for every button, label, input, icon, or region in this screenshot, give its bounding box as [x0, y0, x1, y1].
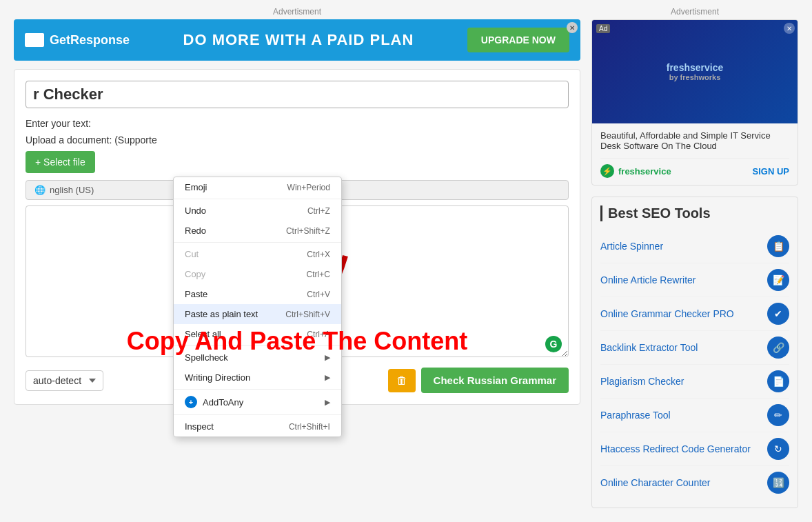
- select-file-button[interactable]: + Select file: [26, 151, 95, 173]
- freshservice-logo: freshservice by freshworks: [667, 62, 724, 81]
- sidebar-ad-body: Beautiful, Affordable and Simple IT Serv…: [592, 123, 798, 185]
- context-menu-cut[interactable]: Cut Ctrl+X: [174, 244, 341, 264]
- seo-tool-link[interactable]: Online Grammar Checker PRO: [600, 308, 734, 319]
- seo-tool-item[interactable]: Online Grammar Checker PRO ✔: [600, 297, 789, 331]
- seo-tool-link[interactable]: Plagiarism Checker: [600, 376, 684, 387]
- context-menu-paste[interactable]: Paste Ctrl+V: [174, 284, 341, 304]
- seo-tool-icon: ✏: [767, 404, 789, 426]
- context-menu-copy[interactable]: Copy Ctrl+C: [174, 264, 341, 284]
- check-grammar-button[interactable]: Check Russian Grammar: [421, 368, 569, 393]
- addtoany-label: AddToAny: [203, 397, 243, 408]
- writing-direction-label: Writing Direction: [185, 372, 250, 383]
- context-menu: Emoji Win+Period Undo Ctrl+Z Redo Ctrl+S…: [173, 177, 342, 437]
- emoji-label: Emoji: [185, 182, 207, 192]
- sidebar-ad-label: Advertisment: [591, 7, 798, 17]
- freshservice-brand: ⚡ freshservice: [600, 164, 671, 178]
- seo-tool-item[interactable]: Paraphrase Tool ✏: [600, 399, 789, 432]
- sidebar-ad-image: Ad ✕ freshservice by freshworks: [592, 20, 798, 123]
- spellcheck-label: Spellcheck: [185, 352, 228, 363]
- addtoany-item-left: + AddToAny: [185, 396, 243, 408]
- bottom-right: 🗑 Check Russian Grammar: [388, 368, 569, 393]
- language-select[interactable]: auto-detect: [26, 370, 103, 391]
- seo-tool-icon: 📝: [767, 269, 789, 291]
- seo-tool-icon: 🔗: [767, 337, 789, 359]
- signup-link[interactable]: SIGN UP: [753, 166, 789, 177]
- freshservice-brand-name: freshservice: [618, 166, 671, 177]
- seo-tool-item[interactable]: Plagiarism Checker 📄: [600, 365, 789, 399]
- freshservice-subtext: by freshworks: [667, 73, 724, 81]
- sidebar-ad-close-icon[interactable]: ✕: [784, 23, 795, 34]
- seo-tool-link[interactable]: Online Article Rewriter: [600, 274, 696, 285]
- freshservice-brand-icon: ⚡: [600, 164, 614, 178]
- seo-tool-icon: 🔢: [767, 472, 789, 494]
- cut-label: Cut: [185, 249, 199, 259]
- inspect-label: Inspect: [185, 421, 214, 432]
- paste-plain-label: Paste as plain text: [185, 309, 258, 319]
- upload-label: Upload a document: (Supporte: [26, 134, 569, 145]
- seo-tool-icon: ✔: [767, 303, 789, 325]
- upgrade-now-button[interactable]: UPGRADE NOW: [467, 28, 569, 52]
- context-menu-addtoany[interactable]: + AddToAny ▶: [174, 391, 341, 413]
- undo-shortcut: Ctrl+Z: [307, 206, 330, 216]
- top-ad-label: Advertisment: [14, 7, 580, 17]
- seo-tool-item[interactable]: Online Article Rewriter 📝: [600, 263, 789, 297]
- seo-tool-link[interactable]: Htaccess Redirect Code Generator: [600, 443, 751, 454]
- sidebar-ad-footer: ⚡ freshservice SIGN UP: [600, 158, 789, 178]
- freshservice-name-text: freshservice: [667, 62, 724, 73]
- copy-shortcut: Ctrl+C: [307, 270, 330, 279]
- ad-banner-text: DO MORE WITH A PAID PLAN: [183, 31, 414, 49]
- undo-label: Undo: [185, 205, 206, 216]
- context-menu-spellcheck[interactable]: Spellcheck ▶: [174, 348, 341, 368]
- seo-tool-link[interactable]: Backlink Extractor Tool: [600, 342, 698, 353]
- seo-tool-icon: ↻: [767, 438, 789, 460]
- cut-shortcut: Ctrl+X: [307, 250, 330, 259]
- context-menu-writing-direction[interactable]: Writing Direction ▶: [174, 368, 341, 388]
- paste-shortcut: Ctrl+V: [307, 290, 330, 299]
- ad-logo: GetResponse: [25, 33, 130, 48]
- select-all-shortcut: Ctrl+A: [307, 330, 330, 339]
- addtoany-icon: +: [185, 396, 197, 408]
- context-menu-redo[interactable]: Redo Ctrl+Shift+Z: [174, 221, 341, 241]
- redo-label: Redo: [185, 225, 206, 236]
- lang-indicator: 🌐: [34, 185, 45, 195]
- seo-tool-item[interactable]: Htaccess Redirect Code Generator ↻: [600, 432, 789, 466]
- seo-tool-link[interactable]: Article Spinner: [600, 241, 663, 252]
- select-all-label: Select all: [185, 329, 221, 339]
- seo-tools-title: Best SEO Tools: [600, 205, 789, 221]
- envelope-icon: [25, 33, 44, 47]
- addtoany-arrow-icon: ▶: [325, 398, 330, 407]
- sidebar: Advertisment Ad ✕ freshservice by freshw…: [591, 7, 798, 508]
- seo-tools-card: Best SEO Tools Article Spinner 📋 Online …: [591, 197, 798, 508]
- paste-plain-shortcut: Ctrl+Shift+V: [285, 310, 330, 319]
- seo-tools-list: Article Spinner 📋 Online Article Rewrite…: [600, 230, 789, 499]
- tool-title-input[interactable]: [26, 81, 569, 108]
- seo-tool-item[interactable]: Backlink Extractor Tool 🔗: [600, 331, 789, 365]
- sidebar-ad-card: Ad ✕ freshservice by freshworks Beautifu…: [591, 19, 798, 185]
- top-ad-banner: ✕ GetResponse DO MORE WITH A PAID PLAN U…: [14, 19, 580, 61]
- seo-tool-icon: 📄: [767, 370, 789, 392]
- context-menu-paste-plain[interactable]: Paste as plain text Ctrl+Shift+V: [174, 304, 341, 324]
- enter-text-label: Enter your text:: [26, 118, 569, 129]
- seo-tool-item[interactable]: Online Character Counter 🔢: [600, 466, 789, 499]
- emoji-shortcut: Win+Period: [287, 183, 330, 192]
- redo-shortcut: Ctrl+Shift+Z: [286, 226, 330, 236]
- sidebar-ad-description: Beautiful, Affordable and Simple IT Serv…: [600, 130, 789, 151]
- tool-title-bar: [26, 81, 569, 108]
- paste-label: Paste: [185, 289, 207, 299]
- seo-tool-link[interactable]: Paraphrase Tool: [600, 410, 671, 421]
- seo-tool-icon: 📋: [767, 235, 789, 257]
- ad-logo-text: GetResponse: [50, 33, 130, 48]
- language-text: nglish (US): [50, 185, 94, 195]
- context-menu-emoji[interactable]: Emoji Win+Period: [174, 177, 341, 197]
- context-menu-undo[interactable]: Undo Ctrl+Z: [174, 201, 341, 221]
- tool-card: Enter your text: Upload a document: (Sup…: [14, 69, 580, 405]
- ad-badge: Ad: [596, 24, 610, 33]
- seo-tool-item[interactable]: Article Spinner 📋: [600, 230, 789, 263]
- trash-button[interactable]: 🗑: [388, 369, 416, 392]
- context-menu-select-all[interactable]: Select all Ctrl+A: [174, 324, 341, 344]
- context-menu-inspect[interactable]: Inspect Ctrl+Shift+I: [174, 416, 341, 436]
- spellcheck-arrow-icon: ▶: [325, 353, 330, 362]
- ad-close-icon[interactable]: ✕: [567, 22, 578, 33]
- seo-tool-link[interactable]: Online Character Counter: [600, 477, 711, 488]
- writing-direction-arrow-icon: ▶: [325, 373, 330, 382]
